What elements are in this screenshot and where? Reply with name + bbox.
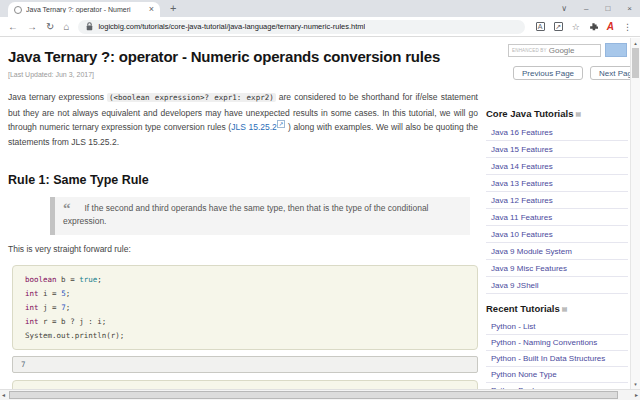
google-watermark: Google [549, 46, 575, 55]
blockquote-text: If the second and third operands have th… [63, 203, 429, 226]
code-block-1: boolean b = true;int i = 5;int j = 7;int… [12, 265, 478, 350]
window-close-icon[interactable]: × [627, 4, 632, 13]
home-icon[interactable]: ⌂ [63, 22, 69, 32]
sidebar-link[interactable]: Python - Built In Data Structures [486, 351, 628, 367]
forward-icon[interactable]: → [27, 22, 37, 32]
back-icon[interactable]: ← [8, 22, 18, 32]
site-search: ENHANCED BY Google [508, 43, 627, 57]
inline-code: (<boolean expression>? expr1: expr2) [107, 93, 276, 102]
horizontal-scrollbar[interactable]: ◂ ▸ [0, 389, 640, 400]
window-minimize-icon[interactable]: – [584, 4, 588, 13]
tab-bar: Java Ternary ?: operator - Numeri × + ∨ … [0, 0, 640, 17]
last-updated: [Last Updated: Jun 3, 2017] [8, 71, 478, 78]
sidebar-link[interactable]: Java 13 Features [486, 175, 628, 192]
browser-window: Java Ternary ?: operator - Numeri × + ∨ … [0, 0, 640, 400]
sidebar-link[interactable]: Python - Naming Conventions [486, 335, 628, 351]
scroll-up-icon[interactable]: ▴ [631, 40, 640, 46]
page-viewport: Java Ternary ?: operator - Numeric opera… [0, 38, 640, 400]
tab-close-icon[interactable]: × [149, 5, 154, 14]
rule1-heading: Rule 1: Same Type Rule [8, 173, 478, 187]
section-heading-icon: ▤ [562, 306, 568, 312]
sidebar-heading-core-java: Core Java Tutorials▤ [486, 108, 628, 119]
recent-tutorial-links: Python - ListPython - Naming Conventions… [486, 319, 628, 400]
sidebar-link[interactable]: Java 15 Features [486, 141, 628, 158]
browser-tab[interactable]: Java Ternary ?: operator - Numeri × [8, 2, 160, 17]
previous-page-button[interactable]: Previous Page [513, 66, 583, 80]
vertical-scrollbar-thumb[interactable] [632, 48, 639, 78]
sidebar-link[interactable]: Java 9 Misc Features [486, 260, 628, 277]
code-line: int i = 5; [25, 287, 469, 301]
lock-icon [86, 22, 93, 31]
search-input[interactable]: ENHANCED BY Google [508, 44, 601, 57]
sidebar-link[interactable]: Java 12 Features [486, 192, 628, 209]
extensions-puzzle-icon[interactable] [589, 22, 598, 31]
scroll-down-icon[interactable]: ▾ [631, 381, 640, 387]
share-icon[interactable]: ↗ [554, 22, 563, 31]
core-java-links: Java 16 FeaturesJava 15 FeaturesJava 14 … [486, 124, 628, 294]
sidebar-link[interactable]: Python - List [486, 319, 628, 335]
rule1-blockquote: “If the second and third operands have t… [50, 197, 470, 235]
red-extension-icon[interactable]: A [607, 22, 614, 32]
quote-mark-icon: “ [63, 200, 71, 216]
sidebar-link[interactable]: Java 9 Module System [486, 243, 628, 260]
reload-icon[interactable]: ↻ [46, 22, 54, 32]
new-tab-button[interactable]: + [170, 2, 176, 14]
section-heading-icon: ▤ [575, 111, 581, 117]
sidebar-heading-recent: Recent Tutorials▤ [486, 303, 628, 314]
url-text: logicbig.com/tutorials/core-java-tutoria… [98, 22, 365, 31]
page-title: Java Ternary ?: operator - Numeric opera… [8, 48, 478, 65]
browser-toolbar: ← → ↻ ⌂ logicbig.com/tutorials/core-java… [0, 17, 640, 37]
sidebar-link[interactable]: Java 11 Features [486, 209, 628, 226]
scroll-left-icon[interactable]: ◂ [2, 391, 5, 398]
page-pager: Previous Page Next Page [513, 66, 640, 80]
horizontal-scrollbar-thumb[interactable] [9, 391, 618, 399]
sidebar-link[interactable]: Python None Type [486, 367, 628, 383]
sidebar: Core Java Tutorials▤ Java 16 FeaturesJav… [486, 108, 628, 400]
search-watermark: ENHANCED BY [512, 48, 547, 53]
code-line: System.out.println(r); [25, 329, 469, 343]
code-line: boolean b = true; [25, 273, 469, 287]
translate-icon[interactable]: A [536, 22, 545, 31]
code-line: int r = b ? j : i; [25, 315, 469, 329]
vertical-scrollbar[interactable]: ▴ ▾ [630, 38, 640, 389]
address-bar[interactable]: logicbig.com/tutorials/core-java-tutoria… [78, 20, 524, 34]
scroll-right-icon[interactable]: ▸ [635, 391, 638, 398]
intro-text: Java ternary expressions [8, 92, 107, 102]
intro-paragraph: Java ternary expressions (<boolean expre… [8, 90, 478, 149]
window-maximize-icon[interactable]: □ [605, 4, 610, 13]
browser-menu-icon[interactable]: ⋮ [623, 22, 632, 32]
sidebar-link[interactable]: Java 10 Features [486, 226, 628, 243]
bookmark-star-icon[interactable]: ☆ [572, 22, 580, 32]
code-line: int j = 7; [25, 301, 469, 315]
jls-link[interactable]: JLS 15.25.2 [231, 122, 277, 132]
site-favicon-icon [14, 6, 22, 14]
sidebar-link[interactable]: Java 9 JShell [486, 277, 628, 294]
sidebar-link[interactable]: Java 14 Features [486, 158, 628, 175]
sidebar-link[interactable]: Java 16 Features [486, 124, 628, 141]
article: Java Ternary ?: operator - Numeric opera… [8, 38, 478, 400]
code-output: 7 [12, 356, 478, 373]
search-button[interactable] [605, 43, 627, 57]
tab-title: Java Ternary ?: operator - Numeri [26, 6, 146, 13]
rule1-note: This is very straight forward rule: [8, 244, 478, 254]
window-menu-chevron-icon[interactable]: ∨ [561, 4, 567, 13]
